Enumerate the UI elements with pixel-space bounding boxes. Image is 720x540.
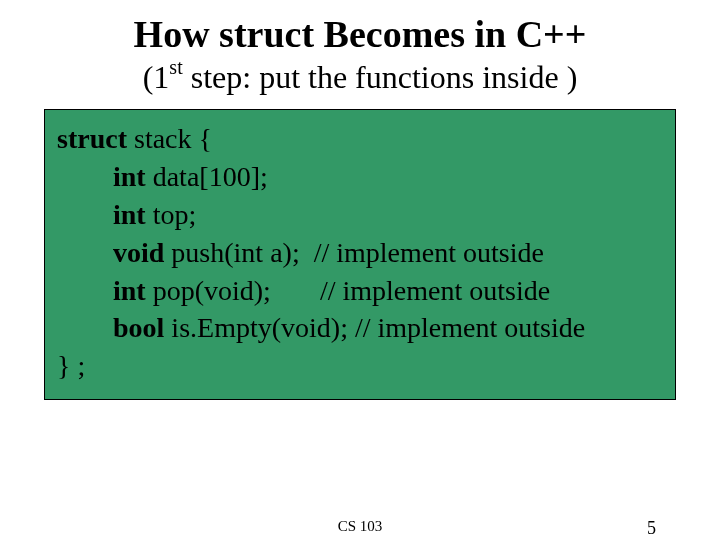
keyword-bool: bool	[113, 312, 164, 343]
keyword-int: int	[113, 161, 146, 192]
code-line-1: struct stack {	[57, 120, 663, 158]
code-text: push(int a); // implement outside	[164, 237, 544, 268]
code-line-4: void push(int a); // implement outside	[57, 234, 663, 272]
code-text: is.Empty(void); // implement outside	[164, 312, 585, 343]
subtitle-prefix: (1	[143, 58, 170, 94]
slide-subtitle: (1st step: put the functions inside )	[0, 58, 720, 96]
code-line-7: } ;	[57, 347, 663, 385]
code-text: top;	[146, 199, 197, 230]
code-line-2: int data[100];	[57, 158, 663, 196]
subtitle-rest: step: put the functions inside )	[183, 58, 578, 94]
code-text: data[100];	[146, 161, 268, 192]
footer-course: CS 103	[0, 518, 720, 535]
code-line-6: bool is.Empty(void); // implement outsid…	[57, 309, 663, 347]
keyword-int: int	[113, 275, 146, 306]
keyword-void: void	[113, 237, 164, 268]
code-text: stack {	[127, 123, 212, 154]
slide-title: How struct Becomes in C++	[0, 14, 720, 56]
subtitle-super: st	[169, 56, 182, 78]
code-block: struct stack { int data[100]; int top; v…	[44, 109, 676, 400]
keyword-int: int	[113, 199, 146, 230]
code-text: pop(void); // implement outside	[146, 275, 550, 306]
code-line-3: int top;	[57, 196, 663, 234]
keyword-struct: struct	[57, 123, 127, 154]
footer-page-number: 5	[647, 518, 656, 539]
code-line-5: int pop(void); // implement outside	[57, 272, 663, 310]
